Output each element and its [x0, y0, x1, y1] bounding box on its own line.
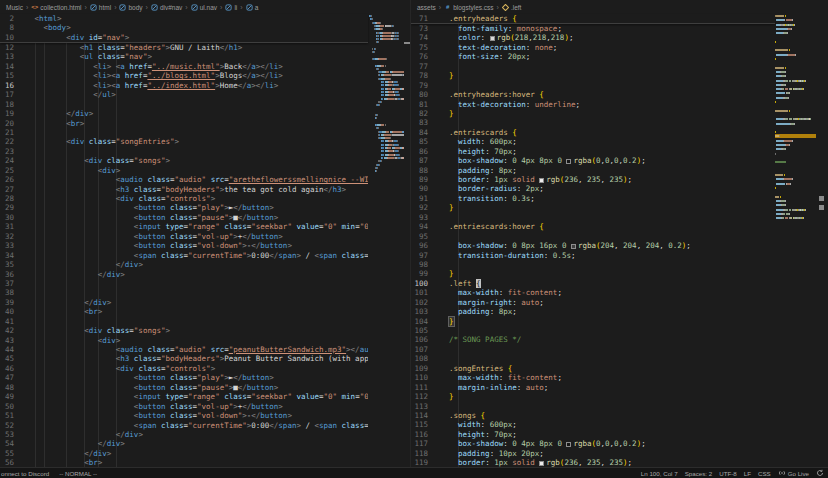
status-item-css[interactable]: CSS: [758, 470, 771, 477]
code-line[interactable]: 95: [411, 232, 775, 241]
line-number[interactable]: 37: [0, 279, 30, 288]
breadcrumb-item[interactable]: div#nav: [151, 4, 182, 11]
code-line[interactable]: 51 <button class="vol-down">-</button>: [0, 411, 368, 420]
breadcrumb-item[interactable]: a: [246, 4, 259, 11]
line-number[interactable]: 23: [0, 147, 30, 156]
line-number[interactable]: 84: [411, 128, 449, 137]
code-line[interactable]: 92}: [411, 203, 775, 212]
code-line[interactable]: 13 <ul class="nav">: [0, 52, 368, 61]
line-number[interactable]: 89: [411, 175, 449, 184]
line-number[interactable]: 111: [411, 383, 449, 392]
line-number[interactable]: 26: [0, 175, 30, 184]
line-number[interactable]: 74: [411, 33, 449, 42]
line-number[interactable]: 73: [411, 24, 449, 33]
code-line[interactable]: 32 <button class="vol-up">+</button>: [0, 232, 368, 241]
line-number[interactable]: 56: [0, 458, 30, 467]
code-line[interactable]: 28 <div class="controls">: [0, 194, 368, 203]
line-number[interactable]: 28: [0, 194, 30, 203]
code-line[interactable]: 36 </div>: [0, 270, 368, 279]
code-line[interactable]: 49 <input type="range" class="seekbar" v…: [0, 392, 368, 401]
line-number[interactable]: 51: [0, 411, 30, 420]
line-number[interactable]: 90: [411, 184, 449, 193]
code-line[interactable]: 94.entriescards:hover {: [411, 222, 775, 231]
code-line[interactable]: 23: [0, 147, 368, 156]
code-line[interactable]: 24 <div class="songs">: [0, 156, 368, 165]
line-number[interactable]: 109: [411, 364, 449, 373]
line-number[interactable]: 101: [411, 288, 449, 297]
line-number[interactable]: 76: [411, 52, 449, 61]
line-number[interactable]: 36: [0, 270, 30, 279]
line-number[interactable]: 78: [411, 71, 449, 80]
line-number[interactable]: 35: [0, 260, 30, 269]
code-line[interactable]: 17 </ul>: [0, 90, 368, 99]
code-line[interactable]: 45 <h3 class="bodyHeaders">Peanut Butter…: [0, 354, 368, 363]
line-number[interactable]: 110: [411, 373, 449, 382]
code-line[interactable]: 42 <div class="songs">: [0, 326, 368, 335]
code-line[interactable]: 53 </div>: [0, 430, 368, 439]
code-line[interactable]: 77: [411, 62, 775, 71]
code-line[interactable]: 116 height: 70px;: [411, 430, 775, 439]
breadcrumb-item[interactable]: body: [119, 4, 142, 11]
code-line[interactable]: 26 <audio class="audio" src="aretheflowe…: [0, 175, 368, 184]
status-item-spaces-2[interactable]: Spaces: 2: [685, 470, 713, 477]
line-number[interactable]: 44: [0, 345, 30, 354]
line-number[interactable]: 43: [0, 336, 30, 345]
breadcrumb-item[interactable]: Music: [6, 4, 23, 11]
code-line[interactable]: 101 max-width: fit-content;: [411, 288, 775, 297]
code-line[interactable]: 79: [411, 81, 775, 90]
color-swatch[interactable]: [566, 159, 571, 164]
code-line[interactable]: 113: [411, 402, 775, 411]
line-number[interactable]: 100: [411, 279, 449, 288]
code-line[interactable]: 10 <div id="nav">: [0, 33, 368, 42]
code-line[interactable]: 20 <br>: [0, 119, 368, 128]
code-line[interactable]: 91 transition: 0.3s;: [411, 194, 775, 203]
line-number[interactable]: 38: [0, 288, 30, 297]
code-line[interactable]: 105: [411, 326, 775, 335]
code-line[interactable]: 102 margin-right: auto;: [411, 298, 775, 307]
code-line[interactable]: 118 padding: 10px 20px;: [411, 449, 775, 458]
code-line[interactable]: 93: [411, 213, 775, 222]
code-line[interactable]: 27 <h3 class="bodyHeaders">the tea got c…: [0, 185, 368, 194]
line-number[interactable]: 2: [0, 14, 30, 23]
code-area-css[interactable]: 73 font-family: monospace;74 color: rgb(…: [411, 24, 775, 467]
line-number[interactable]: 113: [411, 402, 449, 411]
line-number[interactable]: 97: [411, 251, 449, 260]
status-item-go-live[interactable]: Go Live: [778, 469, 809, 477]
breadcrumb-item[interactable]: li: [225, 4, 237, 11]
breadcrumb-item[interactable]: <>collection.html: [31, 4, 81, 11]
code-line[interactable]: 85 width: 600px;: [411, 137, 775, 146]
line-number[interactable]: 85: [411, 137, 449, 146]
line-number[interactable]: 10: [0, 33, 30, 42]
code-line[interactable]: 96 box-shadow: 0 8px 16px 0 rgba(204, 20…: [411, 241, 775, 250]
color-swatch[interactable]: [539, 461, 544, 466]
code-line[interactable]: 18: [0, 100, 368, 109]
code-line[interactable]: 109.songEntries {: [411, 364, 775, 373]
line-number[interactable]: 108: [411, 354, 449, 363]
line-number[interactable]: 83: [411, 118, 449, 127]
breadcrumb-item[interactable]: ul.nav: [191, 4, 217, 11]
line-number[interactable]: 8: [0, 23, 30, 32]
line-number[interactable]: 54: [0, 439, 30, 448]
breadcrumb-item[interactable]: #blogstyles.css: [444, 4, 493, 11]
code-line[interactable]: 8 <body>: [0, 23, 368, 32]
status-item--normal-[interactable]: -- NORMAL --: [59, 470, 97, 477]
code-line[interactable]: 81 text-decoration: underline;: [411, 100, 775, 109]
code-line[interactable]: 46 <div class="controls">: [0, 364, 368, 373]
line-number[interactable]: 17: [0, 90, 30, 99]
line-number[interactable]: 88: [411, 166, 449, 175]
code-line[interactable]: 115 width: 600px;: [411, 420, 775, 429]
line-number[interactable]: 82: [411, 109, 449, 118]
line-number[interactable]: 49: [0, 392, 30, 401]
status-item-utf-8[interactable]: UTF-8: [719, 470, 737, 477]
code-area-html[interactable]: 12 <h1 class="headers">GNU / Laith</h1>1…: [0, 43, 368, 467]
code-line[interactable]: 25 <div>: [0, 166, 368, 175]
line-number[interactable]: 50: [0, 402, 30, 411]
line-number[interactable]: 53: [0, 430, 30, 439]
code-line[interactable]: 114.songs {: [411, 411, 775, 420]
status-item-onnect-to-discord[interactable]: onnect to Discord: [1, 470, 49, 477]
line-number[interactable]: 22: [0, 137, 30, 146]
line-number[interactable]: 24: [0, 156, 30, 165]
code-line[interactable]: 100.left {: [411, 279, 775, 288]
line-number[interactable]: 117: [411, 439, 449, 448]
code-line[interactable]: 34 <span class="currentTime">0:00</span>…: [0, 251, 368, 260]
